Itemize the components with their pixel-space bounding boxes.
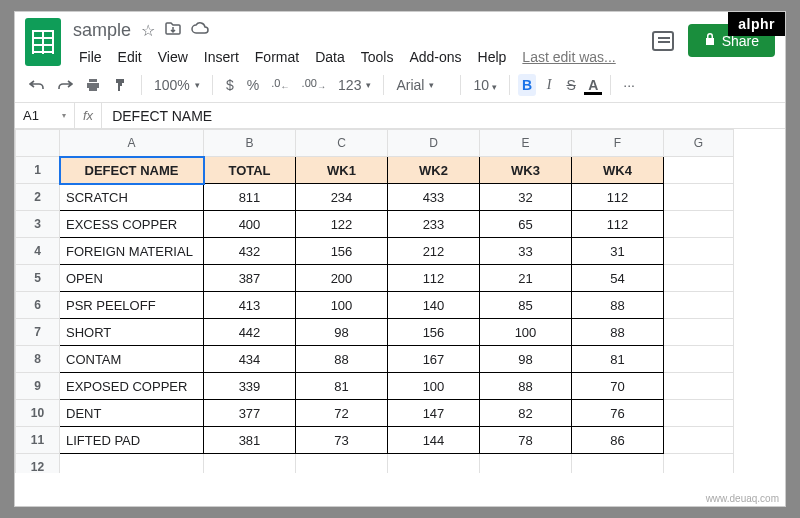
row-header-3[interactable]: 3 bbox=[16, 211, 60, 238]
cell-F8[interactable]: 81 bbox=[572, 346, 664, 373]
column-header-D[interactable]: D bbox=[388, 130, 480, 157]
menu-help[interactable]: Help bbox=[472, 46, 513, 68]
row-header-1[interactable]: 1 bbox=[16, 157, 60, 184]
row-header-4[interactable]: 4 bbox=[16, 238, 60, 265]
cell-D12[interactable] bbox=[388, 454, 480, 474]
cell-E7[interactable]: 100 bbox=[480, 319, 572, 346]
cell-C3[interactable]: 122 bbox=[296, 211, 388, 238]
menu-format[interactable]: Format bbox=[249, 46, 305, 68]
cell-B10[interactable]: 377 bbox=[204, 400, 296, 427]
text-color-button[interactable]: A bbox=[584, 75, 602, 95]
cell-C5[interactable]: 200 bbox=[296, 265, 388, 292]
cell-F10[interactable]: 76 bbox=[572, 400, 664, 427]
cell-F6[interactable]: 88 bbox=[572, 292, 664, 319]
column-header-C[interactable]: C bbox=[296, 130, 388, 157]
cell-D7[interactable]: 156 bbox=[388, 319, 480, 346]
print-icon[interactable] bbox=[81, 75, 105, 95]
column-header-G[interactable]: G bbox=[664, 130, 734, 157]
cell-F7[interactable]: 88 bbox=[572, 319, 664, 346]
cell-D4[interactable]: 212 bbox=[388, 238, 480, 265]
cell-C10[interactable]: 72 bbox=[296, 400, 388, 427]
bold-button[interactable]: B bbox=[518, 74, 536, 96]
cell-F3[interactable]: 112 bbox=[572, 211, 664, 238]
cell-B11[interactable]: 381 bbox=[204, 427, 296, 454]
cell-G7[interactable] bbox=[664, 319, 734, 346]
star-icon[interactable]: ☆ bbox=[141, 21, 155, 40]
cell-B2[interactable]: 811 bbox=[204, 184, 296, 211]
cell-E6[interactable]: 85 bbox=[480, 292, 572, 319]
cell-C4[interactable]: 156 bbox=[296, 238, 388, 265]
cell-G10[interactable] bbox=[664, 400, 734, 427]
cell-C8[interactable]: 88 bbox=[296, 346, 388, 373]
cell-D8[interactable]: 167 bbox=[388, 346, 480, 373]
row-header-9[interactable]: 9 bbox=[16, 373, 60, 400]
comments-icon[interactable] bbox=[652, 31, 674, 51]
spreadsheet-grid[interactable]: ABCDEFG1DEFECT NAMETOTALWK1WK2WK3WK42SCR… bbox=[15, 129, 785, 473]
last-edit-link[interactable]: Last edit was... bbox=[516, 46, 621, 68]
menu-view[interactable]: View bbox=[152, 46, 194, 68]
row-header-6[interactable]: 6 bbox=[16, 292, 60, 319]
cell-C2[interactable]: 234 bbox=[296, 184, 388, 211]
row-header-11[interactable]: 11 bbox=[16, 427, 60, 454]
decrease-decimal-button[interactable]: .0← bbox=[267, 74, 293, 95]
cell-G3[interactable] bbox=[664, 211, 734, 238]
undo-icon[interactable] bbox=[25, 75, 49, 95]
row-header-8[interactable]: 8 bbox=[16, 346, 60, 373]
cell-B9[interactable]: 339 bbox=[204, 373, 296, 400]
cell-C1[interactable]: WK1 bbox=[296, 157, 388, 184]
cell-B8[interactable]: 434 bbox=[204, 346, 296, 373]
font-dropdown[interactable]: Arial bbox=[392, 74, 452, 96]
redo-icon[interactable] bbox=[53, 75, 77, 95]
cell-C6[interactable]: 100 bbox=[296, 292, 388, 319]
zoom-dropdown[interactable]: 100% bbox=[150, 74, 204, 96]
cell-F5[interactable]: 54 bbox=[572, 265, 664, 292]
cell-A12[interactable] bbox=[60, 454, 204, 474]
cell-G5[interactable] bbox=[664, 265, 734, 292]
cell-F4[interactable]: 31 bbox=[572, 238, 664, 265]
cell-D6[interactable]: 140 bbox=[388, 292, 480, 319]
cell-A7[interactable]: SHORT bbox=[60, 319, 204, 346]
cell-E3[interactable]: 65 bbox=[480, 211, 572, 238]
cell-C7[interactable]: 98 bbox=[296, 319, 388, 346]
cell-A8[interactable]: CONTAM bbox=[60, 346, 204, 373]
cell-A9[interactable]: EXPOSED COPPER bbox=[60, 373, 204, 400]
cell-F9[interactable]: 70 bbox=[572, 373, 664, 400]
menu-tools[interactable]: Tools bbox=[355, 46, 400, 68]
increase-decimal-button[interactable]: .00→ bbox=[298, 74, 330, 95]
cell-E10[interactable]: 82 bbox=[480, 400, 572, 427]
cell-A11[interactable]: LIFTED PAD bbox=[60, 427, 204, 454]
row-header-10[interactable]: 10 bbox=[16, 400, 60, 427]
menu-addons[interactable]: Add-ons bbox=[403, 46, 467, 68]
row-header-2[interactable]: 2 bbox=[16, 184, 60, 211]
name-box[interactable]: A1 bbox=[15, 103, 75, 128]
cell-E2[interactable]: 32 bbox=[480, 184, 572, 211]
cell-A5[interactable]: OPEN bbox=[60, 265, 204, 292]
cell-E1[interactable]: WK3 bbox=[480, 157, 572, 184]
cell-B6[interactable]: 413 bbox=[204, 292, 296, 319]
menu-insert[interactable]: Insert bbox=[198, 46, 245, 68]
sheets-logo-icon[interactable] bbox=[25, 18, 61, 66]
row-header-12[interactable]: 12 bbox=[16, 454, 60, 474]
cell-D10[interactable]: 147 bbox=[388, 400, 480, 427]
cell-G2[interactable] bbox=[664, 184, 734, 211]
cell-D9[interactable]: 100 bbox=[388, 373, 480, 400]
cell-G9[interactable] bbox=[664, 373, 734, 400]
cell-A3[interactable]: EXCESS COPPER bbox=[60, 211, 204, 238]
cell-E12[interactable] bbox=[480, 454, 572, 474]
cell-B5[interactable]: 387 bbox=[204, 265, 296, 292]
cell-B3[interactable]: 400 bbox=[204, 211, 296, 238]
cell-G11[interactable] bbox=[664, 427, 734, 454]
paint-format-icon[interactable] bbox=[109, 74, 133, 96]
font-size-dropdown[interactable]: 10 bbox=[469, 74, 501, 96]
formula-input[interactable]: DEFECT NAME bbox=[102, 108, 222, 124]
cloud-status-icon[interactable] bbox=[191, 21, 209, 40]
row-header-5[interactable]: 5 bbox=[16, 265, 60, 292]
cell-G4[interactable] bbox=[664, 238, 734, 265]
cell-B4[interactable]: 432 bbox=[204, 238, 296, 265]
cell-F11[interactable]: 86 bbox=[572, 427, 664, 454]
cell-E9[interactable]: 88 bbox=[480, 373, 572, 400]
percent-button[interactable]: % bbox=[243, 74, 263, 96]
column-header-B[interactable]: B bbox=[204, 130, 296, 157]
cell-C9[interactable]: 81 bbox=[296, 373, 388, 400]
cell-F2[interactable]: 112 bbox=[572, 184, 664, 211]
